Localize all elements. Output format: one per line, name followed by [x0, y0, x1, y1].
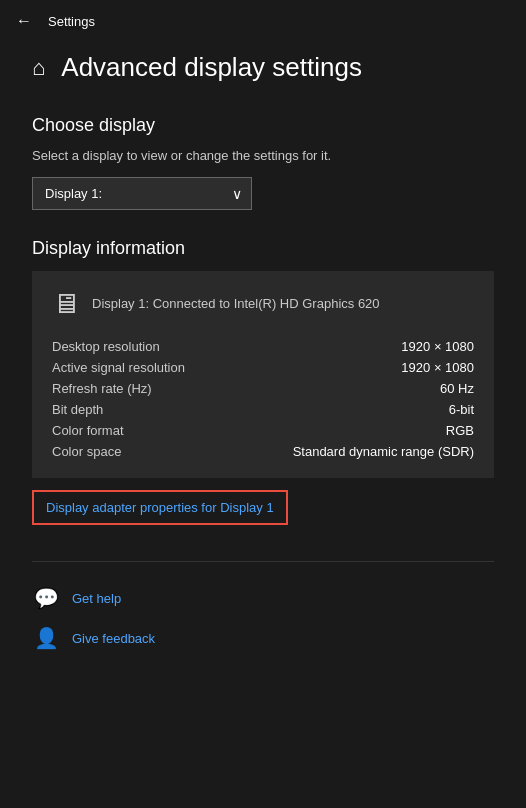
main-content: ⌂ Advanced display settings Choose displ…: [0, 42, 526, 678]
get-help-icon: 💬: [32, 586, 60, 610]
display-card-header: 🖥 Display 1: Connected to Intel(R) HD Gr…: [52, 287, 474, 320]
row-value-3: 6-bit: [449, 402, 474, 417]
bottom-links: 💬 Get help 👤 Give feedback: [32, 561, 494, 658]
row-value-0: 1920 × 1080: [401, 339, 474, 354]
row-label-0: Desktop resolution: [52, 339, 222, 354]
table-row: Desktop resolution 1920 × 1080: [52, 336, 474, 357]
display-info-section: Display information 🖥 Display 1: Connect…: [32, 238, 494, 533]
choose-display-header: Choose display: [32, 115, 494, 136]
row-value-2: 60 Hz: [440, 381, 474, 396]
table-row: Bit depth 6-bit: [52, 399, 474, 420]
get-help-label: Get help: [72, 591, 121, 606]
give-feedback-icon: 👤: [32, 626, 60, 650]
page-title: Advanced display settings: [61, 52, 362, 83]
display-info-header: Display information: [32, 238, 494, 259]
title-bar: ← Settings: [0, 0, 526, 42]
display-card-title: Display 1: Connected to Intel(R) HD Grap…: [92, 296, 380, 311]
row-label-4: Color format: [52, 423, 222, 438]
info-table: Desktop resolution 1920 × 1080 Active si…: [52, 336, 474, 462]
row-value-5: Standard dynamic range (SDR): [293, 444, 474, 459]
title-bar-text: Settings: [48, 14, 95, 29]
page-header: ⌂ Advanced display settings: [32, 52, 494, 83]
table-row: Color space Standard dynamic range (SDR): [52, 441, 474, 462]
row-label-5: Color space: [52, 444, 222, 459]
display-card: 🖥 Display 1: Connected to Intel(R) HD Gr…: [32, 271, 494, 478]
display-dropdown-container: Display 1: ∨: [32, 177, 252, 210]
table-row: Refresh rate (Hz) 60 Hz: [52, 378, 474, 399]
choose-display-section: Choose display Select a display to view …: [32, 115, 494, 210]
row-label-1: Active signal resolution: [52, 360, 222, 375]
give-feedback-label: Give feedback: [72, 631, 155, 646]
row-label-2: Refresh rate (Hz): [52, 381, 222, 396]
adapter-link-section: Display adapter properties for Display 1: [32, 482, 494, 533]
row-label-3: Bit depth: [52, 402, 222, 417]
choose-display-description: Select a display to view or change the s…: [32, 148, 494, 163]
row-value-1: 1920 × 1080: [401, 360, 474, 375]
display-dropdown[interactable]: Display 1:: [32, 177, 252, 210]
give-feedback-link[interactable]: 👤 Give feedback: [32, 618, 494, 658]
adapter-link[interactable]: Display adapter properties for Display 1: [32, 490, 288, 525]
table-row: Color format RGB: [52, 420, 474, 441]
home-icon[interactable]: ⌂: [32, 55, 45, 81]
back-button[interactable]: ←: [16, 12, 32, 30]
get-help-link[interactable]: 💬 Get help: [32, 578, 494, 618]
table-row: Active signal resolution 1920 × 1080: [52, 357, 474, 378]
monitor-icon: 🖥: [52, 287, 80, 320]
row-value-4: RGB: [446, 423, 474, 438]
